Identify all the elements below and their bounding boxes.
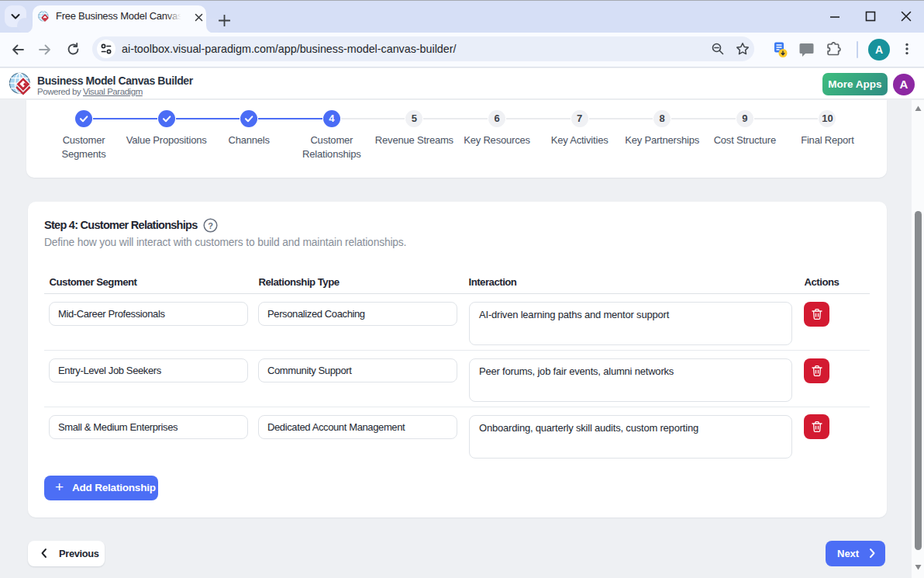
svg-text:?: ? — [208, 221, 213, 230]
